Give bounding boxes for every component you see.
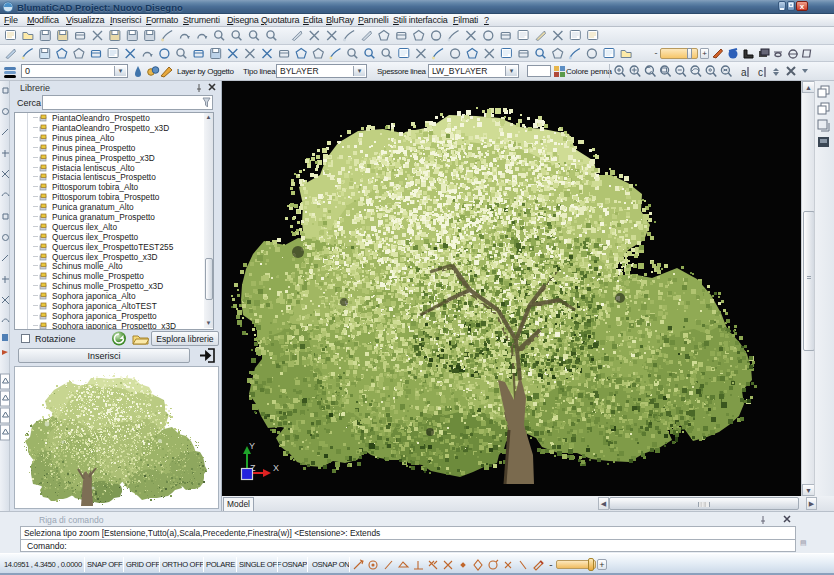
svg-text:c: c — [758, 67, 763, 78]
svg-text:X: X — [273, 463, 279, 473]
svg-text:Y: Y — [249, 441, 255, 451]
svg-text:a: a — [741, 67, 747, 78]
